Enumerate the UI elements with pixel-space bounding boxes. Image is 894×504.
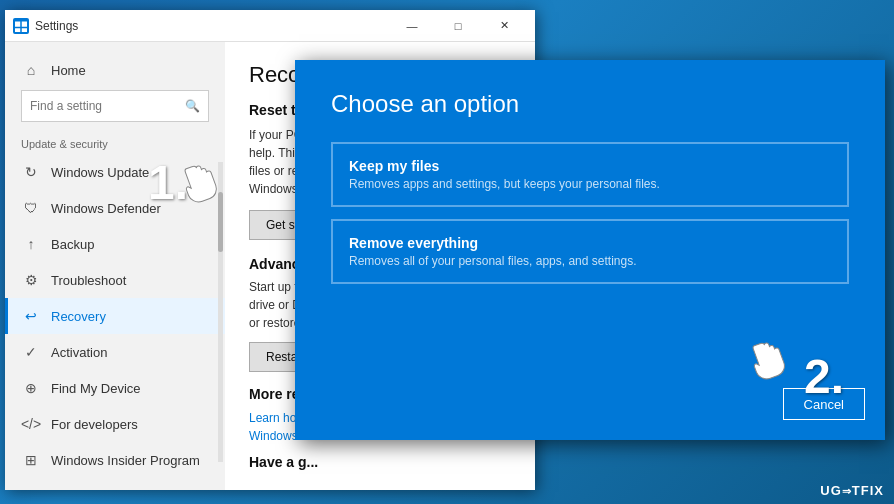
watermark: UG⇒TFIX xyxy=(820,483,884,498)
sidebar-header: ⌂ Home 🔍 xyxy=(5,42,225,130)
find-device-icon: ⊕ xyxy=(21,378,41,398)
keep-files-option[interactable]: Keep my files Removes apps and settings,… xyxy=(331,142,849,207)
developers-icon: </> xyxy=(21,414,41,434)
title-bar: Settings — □ ✕ xyxy=(5,10,535,42)
troubleshoot-icon: ⚙ xyxy=(21,270,41,290)
sidebar-scrollbar xyxy=(218,162,223,462)
sidebar: ⌂ Home 🔍 Update & security ↻ Windows Upd… xyxy=(5,42,225,490)
sidebar-item-activation[interactable]: ✓ Activation xyxy=(5,334,225,370)
window-title: Settings xyxy=(35,19,389,33)
search-icon: 🔍 xyxy=(185,99,200,113)
keep-files-desc: Removes apps and settings, but keeps you… xyxy=(349,177,831,191)
sidebar-item-activation-label: Activation xyxy=(51,345,107,360)
home-icon: ⌂ xyxy=(21,60,41,80)
sidebar-item-windows-update-label: Windows Update xyxy=(51,165,149,180)
sidebar-item-windows-defender-label: Windows Defender xyxy=(51,201,161,216)
sidebar-item-for-developers-label: For developers xyxy=(51,417,138,432)
keep-files-title: Keep my files xyxy=(349,158,831,174)
minimize-button[interactable]: — xyxy=(389,10,435,42)
close-button[interactable]: ✕ xyxy=(481,10,527,42)
sidebar-item-find-my-device[interactable]: ⊕ Find My Device xyxy=(5,370,225,406)
backup-icon: ↑ xyxy=(21,234,41,254)
sidebar-item-backup-label: Backup xyxy=(51,237,94,252)
sidebar-item-find-my-device-label: Find My Device xyxy=(51,381,141,396)
have-a-title: Have a g... xyxy=(249,454,511,470)
dialog-overlay: Choose an option Keep my files Removes a… xyxy=(295,60,885,440)
section-label: Update & security xyxy=(5,130,225,154)
app-icon xyxy=(13,18,29,34)
sidebar-item-troubleshoot[interactable]: ⚙ Troubleshoot xyxy=(5,262,225,298)
sidebar-item-backup[interactable]: ↑ Backup xyxy=(5,226,225,262)
remove-everything-title: Remove everything xyxy=(349,235,831,251)
sidebar-item-windows-insider[interactable]: ⊞ Windows Insider Program xyxy=(5,442,225,478)
window-controls: — □ ✕ xyxy=(389,10,527,42)
search-box[interactable]: 🔍 xyxy=(21,90,209,122)
sidebar-item-recovery[interactable]: ↩ Recovery xyxy=(5,298,225,334)
sidebar-item-home[interactable]: ⌂ Home xyxy=(21,54,209,86)
remove-everything-option[interactable]: Remove everything Removes all of your pe… xyxy=(331,219,849,284)
remove-everything-desc: Removes all of your personal files, apps… xyxy=(349,254,831,268)
sidebar-item-for-developers[interactable]: </> For developers xyxy=(5,406,225,442)
sidebar-item-recovery-label: Recovery xyxy=(51,309,106,324)
activation-icon: ✓ xyxy=(21,342,41,362)
dialog-title: Choose an option xyxy=(331,90,849,118)
maximize-button[interactable]: □ xyxy=(435,10,481,42)
sidebar-item-troubleshoot-label: Troubleshoot xyxy=(51,273,126,288)
sidebar-item-home-label: Home xyxy=(51,63,86,78)
windows-update-icon: ↻ xyxy=(21,162,41,182)
insider-icon: ⊞ xyxy=(21,450,41,470)
recovery-icon: ↩ xyxy=(21,306,41,326)
search-input[interactable] xyxy=(30,99,185,113)
step2-label: 2. xyxy=(804,349,844,404)
shield-icon: 🛡 xyxy=(21,198,41,218)
sidebar-item-windows-insider-label: Windows Insider Program xyxy=(51,453,200,468)
